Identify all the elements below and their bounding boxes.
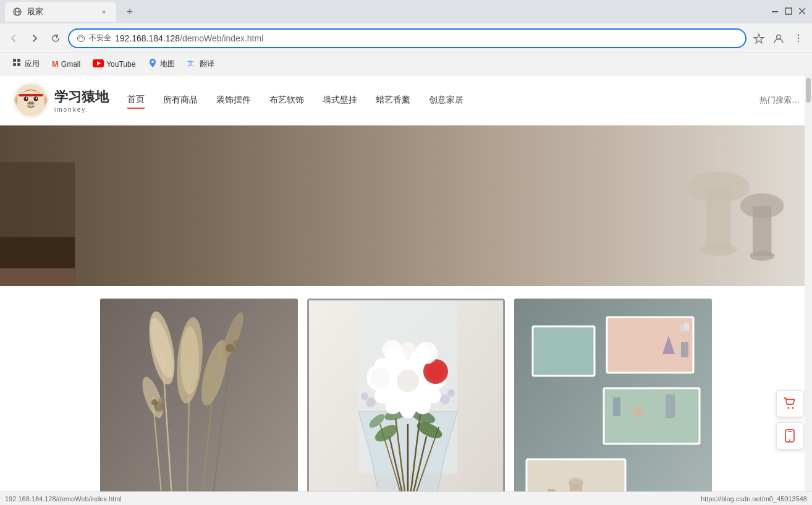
svg-point-29 (26, 98, 27, 99)
svg-point-112 (633, 406, 643, 416)
svg-point-50 (180, 326, 199, 394)
cart-icon (783, 397, 797, 410)
nav-candle[interactable]: 蜡艺香薰 (376, 92, 410, 108)
svg-point-9 (798, 34, 799, 35)
nav-all-products[interactable]: 所有商品 (163, 92, 198, 108)
phone-icon (784, 429, 796, 443)
float-phone-button[interactable] (776, 422, 803, 449)
svg-rect-111 (613, 397, 620, 416)
profile-button[interactable] (770, 30, 787, 47)
svg-rect-107 (681, 342, 688, 357)
status-bar: 192.168.184.128/demoWeb/index.html https… (0, 491, 812, 505)
bookmark-apps[interactable]: 应用 (7, 56, 44, 72)
back-button[interactable] (5, 30, 22, 47)
svg-rect-15 (17, 63, 20, 66)
svg-point-96 (370, 368, 390, 388)
logo-text: 学习猿地 imonkey. (54, 88, 109, 113)
maximize-icon[interactable] (785, 7, 793, 16)
nav-decor[interactable]: 装饰摆件 (216, 92, 251, 108)
svg-point-42 (740, 193, 784, 218)
youtube-label: YouTube (106, 60, 135, 69)
svg-point-102 (447, 389, 455, 397)
site-logo: 学习猿地 imonkey. (12, 82, 109, 119)
svg-point-122 (792, 407, 794, 409)
card3-illustration (514, 299, 712, 491)
svg-point-33 (32, 103, 33, 104)
bookmark-star-button[interactable] (750, 30, 768, 47)
svg-rect-14 (13, 63, 16, 66)
svg-point-118 (569, 478, 583, 488)
new-tab-button[interactable]: + (121, 3, 138, 20)
nav-bar: 不安全 192.168.184.128/demoWeb/index.html (0, 23, 812, 53)
card2-illustration (309, 300, 505, 491)
address-bar[interactable]: 不安全 192.168.184.128/demoWeb/index.html (68, 28, 746, 48)
nav-home[interactable]: 首页 (127, 91, 145, 109)
tab-close-button[interactable]: × (99, 7, 109, 17)
browser-tab[interactable]: 最家 × (5, 2, 116, 22)
bookmark-maps[interactable]: 地图 (143, 56, 180, 72)
card1-background (100, 299, 298, 491)
menu-button[interactable] (790, 30, 807, 47)
gmail-label: Gmail (61, 60, 80, 69)
svg-point-10 (798, 37, 799, 38)
logo-chinese: 学习猿地 (54, 88, 109, 106)
svg-point-31 (27, 101, 35, 106)
nav-fabric[interactable]: 布艺软饰 (269, 92, 304, 108)
scrollbar[interactable] (805, 75, 812, 491)
svg-rect-108 (684, 323, 689, 331)
svg-rect-109 (680, 325, 683, 331)
logo-english: imonkey. (54, 106, 109, 113)
gmail-icon: M (52, 59, 59, 69)
nav-creative[interactable]: 创意家居 (429, 92, 463, 108)
tab-favicon (12, 7, 22, 17)
refresh-button[interactable] (47, 30, 64, 47)
search-label: 热门搜索… (759, 95, 800, 106)
svg-rect-4 (785, 8, 792, 14)
svg-point-18 (151, 61, 154, 63)
window-controls (771, 7, 807, 16)
card-flower-series[interactable]: 花艺系列 FLOWER SERIES (307, 299, 505, 491)
svg-point-63 (233, 340, 239, 346)
card-simple-decoration[interactable]: 简约装饰 SIMPLE DECORATION (514, 299, 712, 491)
search-area: 热门搜索… (759, 95, 800, 106)
bookmark-translate[interactable]: 文 翻译 (182, 56, 219, 72)
minimize-icon[interactable] (771, 7, 780, 16)
maps-icon (148, 58, 158, 70)
svg-point-100 (440, 394, 450, 404)
cards-section: 居家摆设 HOME ACCESSORIES 陈列｜场景设置欣赏 (0, 286, 812, 491)
svg-point-121 (788, 407, 790, 409)
svg-point-32 (29, 103, 31, 104)
status-url: 192.168.184.128/demoWeb/index.html (5, 495, 701, 503)
url-display[interactable]: 192.168.184.128/demoWeb/index.html (115, 33, 738, 43)
new-tab-icon: + (127, 6, 133, 19)
apps-label: 应用 (25, 59, 40, 69)
svg-rect-43 (0, 268, 75, 286)
url-path: /demoWeb/index.html (180, 33, 263, 43)
bookmark-gmail[interactable]: M Gmail (47, 57, 85, 71)
tab-title: 最家 (27, 6, 94, 17)
forward-button[interactable] (26, 30, 43, 47)
insecure-label: 不安全 (89, 33, 111, 43)
bookmark-youtube[interactable]: YouTube (88, 57, 140, 72)
svg-point-124 (789, 439, 790, 441)
svg-point-92 (397, 370, 419, 392)
translate-icon: 文 (187, 58, 197, 70)
card-home-accessories[interactable]: 居家摆设 HOME ACCESSORIES 陈列｜场景设置欣赏 (100, 299, 298, 491)
svg-rect-12 (13, 59, 16, 62)
scrollbar-thumb[interactable] (806, 78, 811, 103)
svg-text:文: 文 (187, 59, 194, 67)
site-header: 学习猿地 imonkey. 首页 所有商品 装饰摆件 布艺软饰 墙式壁挂 蜡艺香… (0, 75, 812, 125)
card1-illustration (100, 299, 298, 491)
svg-point-60 (158, 397, 166, 404)
hero-illustration (0, 125, 812, 286)
maps-label: 地图 (160, 59, 175, 69)
svg-point-94 (426, 362, 445, 381)
translate-label: 翻译 (200, 59, 214, 69)
svg-point-98 (383, 340, 402, 360)
svg-point-61 (151, 399, 158, 405)
nav-wall[interactable]: 墙式壁挂 (323, 92, 357, 108)
float-cart-button[interactable] (776, 390, 803, 417)
window-close-icon[interactable] (798, 7, 807, 16)
url-host: 192.168.184.128 (115, 33, 180, 43)
svg-point-28 (34, 97, 38, 101)
